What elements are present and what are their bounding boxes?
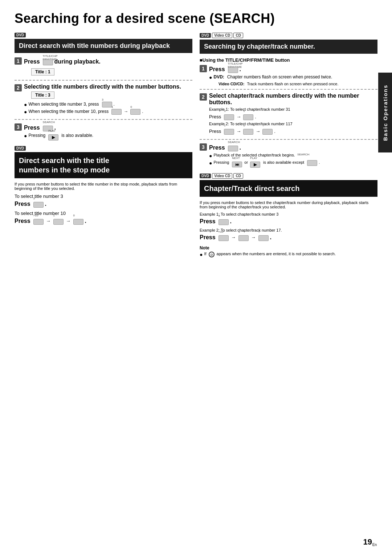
pressing-text: Pressing [28, 133, 45, 138]
r-num7-btn[interactable] [258, 235, 269, 241]
num3-stop-btn[interactable] [33, 202, 44, 208]
format-badges-right1: DVD Video CD CD [200, 33, 377, 38]
ex1-btn1[interactable] [224, 114, 234, 120]
step1-action: during playback. [54, 58, 101, 65]
gt10-btn[interactable] [33, 219, 44, 225]
step2-text: Selecting title numbers directly with th… [24, 83, 181, 90]
right-section1: DVD Video CD CD Searching by chapter/tra… [200, 33, 377, 169]
ex2-btn3[interactable] [262, 129, 273, 135]
example2-press-line: Press 1 → 1 → [209, 127, 377, 135]
num0-btn[interactable] [130, 109, 140, 115]
r-example1-label: Example 1: To select chapter/track numbe… [200, 212, 377, 216]
dvd-label: DVD: [213, 74, 224, 80]
step-num-3: 3 [15, 123, 22, 131]
dvd-bullet: ● DVD: Chapter numbers flash on screen w… [209, 74, 377, 81]
left-column: DVD Direct search with title numbers dur… [15, 33, 192, 259]
num1-btn[interactable] [111, 109, 122, 115]
right-section2-body: If you press number buttons to select th… [200, 200, 377, 209]
or-text: or [244, 160, 248, 164]
r-press17-line: Press >10 → 1 → 7 . [200, 234, 377, 241]
press3-line: Press 3 . [15, 200, 192, 208]
pressing-end: is also available. [61, 133, 93, 138]
pressing-next-bullet: ● Pressing NEXT ⏭ or PLAY ▶ is als [209, 160, 377, 168]
r-press-word-2: Press [200, 234, 216, 241]
vcd-label: Video CD/CD: [219, 82, 244, 86]
dvd-badge-r2: DVD [200, 174, 211, 178]
step1-content: Press TITLE/CHPFRM/TIME during playback.… [24, 57, 192, 77]
right-step3: 3 Press SEARCH . ● Playback [200, 143, 377, 169]
search-sup: SEARCH [297, 153, 309, 156]
right-section2-header: Chapter/Track direct search [200, 180, 377, 197]
right-step3-press: Press SEARCH . [209, 144, 377, 151]
num0-stop-btn[interactable] [73, 219, 83, 225]
right-step-num-2: 2 [200, 93, 207, 101]
r-num3-btn[interactable] [219, 219, 229, 225]
cd-badge-2: CD [233, 173, 243, 179]
pressing-bullet: ● Pressing PLAY ▶ is also available. [24, 133, 192, 140]
section2-body: If you press number buttons to select th… [15, 182, 192, 191]
step2-content: Selecting title numbers directly with th… [24, 83, 192, 116]
right-step-num-1: 1 [200, 65, 207, 72]
left-section2: DVD Direct search with the title numbers… [15, 146, 192, 225]
press-label-1: Press [24, 58, 40, 65]
play-btn-r[interactable]: ▶ [250, 162, 260, 168]
search-btn-except[interactable] [307, 160, 317, 166]
right-step2: 2 Select chapter/track numbers directly … [200, 93, 377, 136]
right-step-num-3: 3 [200, 143, 207, 151]
search-btn-r[interactable] [228, 146, 238, 151]
right-step2-text: Select chapter/track numbers directly wi… [209, 93, 359, 105]
step3: 3 Press SEARCH . ● Pressing [15, 123, 192, 142]
step1-press-line: Press TITLE/CHPFRM/TIME during playback. [24, 58, 192, 65]
dvd-badge-r: DVD [200, 33, 211, 38]
r-gt10-btn[interactable] [219, 235, 229, 241]
r-num1-btn[interactable] [238, 235, 249, 241]
videocd-badge: Video CD [212, 33, 232, 38]
section1-header: Direct search with title numbers during … [15, 39, 192, 53]
section2-header: Direct search with the title numbers in … [15, 152, 192, 178]
search-label: SEARCH [43, 121, 55, 124]
r-press-word: Press [200, 218, 216, 225]
example2-label: Example 2: To select chapter/track numbe… [209, 122, 377, 126]
bullet1: ● When selecting title number 3, press 3… [24, 102, 192, 108]
ex2-btn1[interactable] [224, 129, 234, 135]
to-select10-label: To select title number 10 [15, 211, 192, 216]
dvd-badge-2: DVD [15, 146, 26, 151]
bullet1-text: When selecting title number 3, press [28, 102, 99, 107]
right-section2: DVD Video CD CD Chapter/Track direct sea… [200, 173, 377, 258]
r-press3-line: Press 3 . [200, 218, 377, 225]
cd-badge: CD [233, 33, 243, 38]
videocd-badge-2: Video CD [212, 173, 232, 179]
example2-press: Press [209, 129, 221, 134]
format-badges-left2: DVD [15, 146, 192, 151]
press10-line: Press >10 → 1 → 0 . [15, 217, 192, 225]
step3-content: Press SEARCH . ● Pressing PLAY [24, 123, 192, 142]
pressing2-end: is also available except [263, 160, 304, 164]
example1-label: Example 1: To select chapter/track numbe… [209, 107, 377, 111]
right-step3-content: Press SEARCH . ● Playback of the selecte… [209, 143, 377, 169]
ex2-btn2[interactable] [243, 129, 253, 135]
dvd-text: Chapter numbers flash on screen when pre… [227, 74, 332, 80]
btn-sup-3: 3 [102, 98, 103, 101]
r-example2-label: Example 2: To select chapter/track numbe… [200, 228, 377, 232]
to-select3-label: To select title number 3 [15, 194, 192, 199]
right-step1: 1 Press TITLE/CHPFRM/TIME . ● [200, 64, 377, 86]
play-btn[interactable]: ▶ [48, 134, 58, 140]
ex1-btn2[interactable] [243, 114, 253, 120]
note-label: Note [200, 245, 377, 250]
step2: 2 Selecting title numbers directly with … [15, 83, 192, 116]
num1-stop-btn[interactable] [53, 219, 64, 225]
example1-press-line: Press 3 → 1 . [209, 113, 377, 120]
right-title-chp-btn[interactable] [228, 67, 238, 73]
format-badges-left1: DVD [15, 33, 192, 37]
vcd-item: Video CD/CD: Track numbers flash on scre… [219, 82, 377, 86]
step1: 1 Press TITLE/CHPFRM/TIME during playbac… [15, 57, 192, 77]
side-tab: Basic Operations [378, 73, 392, 152]
title-chp-btn[interactable] [43, 60, 53, 65]
num3-btn[interactable] [102, 102, 112, 107]
right-press-3: Press [209, 144, 225, 151]
press-word-10: Press [15, 218, 30, 224]
note-section: Note ● If ⊘ appears when the numbers are… [200, 245, 377, 258]
right-press-1: Press [209, 66, 225, 73]
pressing2-text: Pressing [213, 160, 229, 164]
next-btn[interactable]: ⏭ [232, 162, 242, 167]
